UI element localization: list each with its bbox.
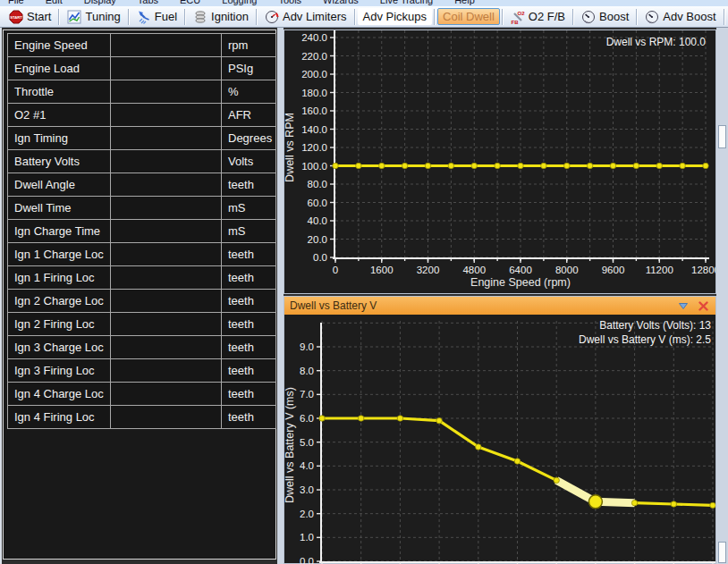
svg-text:5.0: 5.0 [300,437,314,448]
cell-name: O2 #1 [8,104,111,126]
menu-item-help[interactable]: Help [454,0,475,5]
cell-value [111,220,222,242]
toolbar-separator [724,9,725,25]
cell-unit: teeth [222,173,275,196]
watch-panel: Engine SpeedrpmEngine LoadPSIgThrottle%O… [3,29,276,560]
toolbar-button-o2-f-b[interactable]: O2FBO2 F/B [505,8,571,26]
toolbar-button-label: Adv Limiters [283,10,347,23]
svg-text:Engine Speed (rpm): Engine Speed (rpm) [470,276,571,289]
toolbar-button-coil-dwell[interactable]: Coil Dwell [437,8,500,25]
cell-value [111,197,222,219]
svg-text:6400: 6400 [509,265,532,275]
table-row-ign-charge-time[interactable]: Ign Charge TimemS [8,220,275,243]
toolbar-button-adv-pickups[interactable]: Adv Pickups [358,8,433,25]
cell-name: Dwell Angle [8,173,111,196]
cell-unit: teeth [222,313,275,335]
menu-bar: FileEditDisplayTabsECULoggingToolsWizard… [0,0,728,6]
toolbar-button-adv-limiters[interactable]: Adv Limiters [259,8,352,26]
table-row-dwell-time[interactable]: Dwell TimemS [8,197,275,220]
menu-item-tabs[interactable]: Tabs [138,0,158,5]
toolbar-button-fuel[interactable]: Fuel [131,8,182,26]
window-left-edge [0,28,2,564]
cell-value [111,266,222,289]
svg-text:180.0: 180.0 [301,88,327,98]
svg-text:8000: 8000 [555,265,579,275]
cell-name: Throttle [8,80,111,103]
toolbar-button-adv-boost[interactable]: Adv Boost [639,8,721,26]
svg-text:0.0: 0.0 [300,556,314,564]
ignition-icon [193,10,207,24]
svg-text:Dwell vs RPM: 100.0: Dwell vs RPM: 100.0 [606,36,707,48]
svg-text:0.0: 0.0 [313,252,327,263]
svg-text:9600: 9600 [602,265,625,275]
collapse-button[interactable] [676,299,690,312]
menu-item-tools[interactable]: Tools [278,0,301,5]
cell-name: Ign 3 Firing Loc [8,359,111,382]
svg-text:START: START [10,15,22,20]
table-row-ign-2-charge-loc[interactable]: Ign 2 Charge Locteeth [8,290,275,313]
menu-item-wizards[interactable]: Wizards [323,0,359,5]
dwell-vs-battery-chart[interactable]: 0.01.02.03.04.05.06.07.08.09.0Battery Vo… [284,316,715,564]
table-row-ign-4-firing-loc[interactable]: Ign 4 Firing Locteeth [8,406,275,429]
toolbar-button-ignition[interactable]: Ignition [188,8,254,26]
cell-name: Ign 2 Charge Loc [8,290,111,312]
cell-value [111,359,222,382]
table-row-ign-1-firing-loc[interactable]: Ign 1 Firing Locteeth [8,266,275,290]
svg-text:20.0: 20.0 [308,234,327,245]
cell-value [111,290,222,312]
cell-unit: Volts [222,150,275,173]
cell-name: Dwell Time [8,197,111,219]
cell-unit: rpm [222,34,275,56]
toolbar-separator [636,9,638,25]
table-row-battery-volts[interactable]: Battery VoltsVolts [8,150,275,173]
toolbar-button-label: Adv Pickups [363,10,427,23]
close-button[interactable] [696,299,710,312]
toolbar-button-label: Tuning [85,10,120,23]
cell-value [111,104,222,126]
dwell-vs-rpm-chart[interactable]: 0.020.040.060.080.0100.0120.0140.0160.01… [284,30,715,293]
toolbar-button-label: Boost [599,10,629,23]
close-icon [698,301,708,311]
scrollbar-thumb[interactable] [718,125,726,148]
menu-item-logging[interactable]: Logging [222,0,257,5]
toolbar-button-tuning[interactable]: Tuning [62,8,125,26]
table-row-throttle[interactable]: Throttle% [8,80,275,104]
table-row-engine-speed[interactable]: Engine Speedrpm [8,34,275,57]
dwell-vs-rpm-panel: 0.020.040.060.080.0100.0120.0140.0160.01… [284,29,716,294]
toolbar-button-boost[interactable]: Boost [576,8,634,26]
svg-text:120.0: 120.0 [301,142,327,153]
table-row-ign-3-firing-loc[interactable]: Ign 3 Firing Locteeth [8,359,275,383]
cell-name: Ign 4 Charge Loc [8,383,111,405]
cell-unit: teeth [222,359,275,382]
table-row-ign-1-charge-loc[interactable]: Ign 1 Charge Locteeth [8,243,275,266]
toolbar-button-label: Coil Dwell [443,10,495,23]
cell-value [111,150,222,173]
table-row-ign-4-charge-loc[interactable]: Ign 4 Charge Locteeth [8,383,275,406]
vertical-splitter[interactable] [277,28,284,564]
menu-item-edit[interactable]: Edit [46,0,63,5]
table-row-ign-2-firing-loc[interactable]: Ign 2 Firing Locteeth [8,313,275,336]
menu-item-ecu[interactable]: ECU [180,0,200,5]
table-row-ign-3-charge-loc[interactable]: Ign 3 Charge Locteeth [8,336,275,359]
svg-text:Battery Volts (Volts): 13: Battery Volts (Volts): 13 [599,319,711,332]
svg-text:6.0: 6.0 [300,413,314,424]
right-scrollbar[interactable] [716,28,728,564]
table-row-ign-timing[interactable]: Ign TimingDegrees [8,127,275,150]
menu-item-live-tracing[interactable]: Live Tracing [380,0,433,5]
svg-text:3200: 3200 [417,265,440,275]
cell-value [111,383,222,405]
cell-name: Battery Volts [8,150,111,173]
svg-text:4800: 4800 [462,265,486,275]
scrollbar-thumb[interactable] [718,542,726,563]
menu-item-display[interactable]: Display [84,0,116,5]
toolbar-separator [502,9,504,25]
table-row-dwell-angle[interactable]: Dwell Angleteeth [8,173,275,197]
cell-unit: teeth [222,243,275,265]
cell-unit: % [222,80,275,103]
table-row-engine-load[interactable]: Engine LoadPSIg [8,57,275,80]
table-row-o2-1[interactable]: O2 #1AFR [8,104,275,127]
menu-item-file[interactable]: File [8,0,24,5]
cell-value [111,336,222,358]
toolbar-button-start[interactable]: STARTStart [4,8,56,26]
cell-name: Ign 1 Firing Loc [8,266,111,289]
